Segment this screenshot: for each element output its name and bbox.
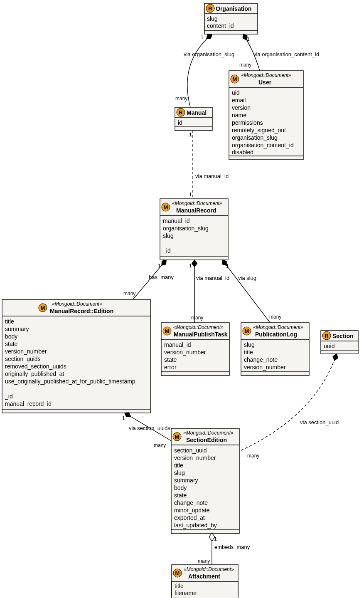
- attr: exported_at: [174, 514, 205, 521]
- mult: many: [154, 442, 166, 448]
- svg-text:R: R: [179, 109, 183, 116]
- class-title: ManualPublishTask: [174, 331, 228, 338]
- class-title: PublicationLog: [255, 331, 297, 338]
- attr: section_uuid: [174, 447, 207, 454]
- attr: minor_update: [174, 507, 210, 514]
- mult: many: [175, 96, 187, 101]
- attr: organisation_content_id: [232, 142, 294, 148]
- mult: 1: [189, 192, 192, 198]
- attr: organisation_slug: [232, 134, 278, 141]
- attr: _id: [5, 393, 13, 400]
- svg-text:R: R: [208, 5, 212, 12]
- rel-label: via section_uuids: [129, 425, 170, 431]
- mult: many: [191, 315, 203, 321]
- mult: many: [247, 453, 259, 459]
- attr: version: [232, 104, 251, 111]
- attr: state: [164, 356, 177, 363]
- attr: use_originally_published_at_for_public_t…: [5, 378, 135, 385]
- attr: slug: [174, 470, 185, 476]
- attr: content_id: [207, 22, 234, 29]
- attr: error: [164, 364, 177, 371]
- class-publog: M «Mongoid::Document» PublicationLog slu…: [241, 323, 309, 376]
- class-title: Manual: [187, 109, 207, 116]
- attr: last_updated_by: [174, 522, 217, 529]
- attr: id: [178, 119, 182, 126]
- mult: 1: [158, 263, 161, 269]
- mult: 1: [332, 356, 334, 361]
- attr: remotely_signed_out: [232, 127, 286, 133]
- attr: version_number: [244, 364, 286, 371]
- attr: name: [232, 112, 246, 119]
- attr: body: [5, 333, 17, 340]
- class-title: User: [258, 79, 272, 86]
- class-section: R Section uuid: [321, 331, 358, 354]
- svg-text:M: M: [165, 328, 170, 334]
- class-title: SectionEdition: [186, 437, 227, 443]
- rel-label: via organisation_slug: [184, 51, 234, 57]
- mult: many: [239, 62, 251, 68]
- attr: change_note: [244, 356, 278, 363]
- class-stereo: «Mongoid::Document»: [173, 324, 224, 330]
- attr: slug: [244, 341, 255, 348]
- class-manual: R Manual id: [175, 107, 212, 131]
- rel-label: via organisation_content_id: [253, 51, 319, 57]
- mult: 1: [201, 35, 204, 40]
- rel-label: has_many: [149, 274, 174, 280]
- attr: summary: [5, 326, 29, 332]
- mult: 1: [122, 415, 125, 421]
- mult: many: [123, 291, 135, 297]
- class-stereo: «Mongoid::Document»: [253, 324, 303, 330]
- class-title: ManualRecord: [176, 207, 216, 214]
- attr: change_note: [174, 499, 208, 506]
- attr: manual_id: [164, 341, 191, 348]
- class-title: ManualRecord::Edition: [50, 308, 113, 314]
- attr: slug: [207, 15, 218, 22]
- mult: many: [198, 558, 210, 564]
- class-publishtask: M «Mongoid::Document» ManualPublishTask …: [161, 323, 229, 376]
- mult: 1: [189, 263, 192, 269]
- attr: organisation_slug: [163, 225, 209, 232]
- attr: title: [174, 462, 183, 469]
- class-stereo: «Mongoid::Document»: [241, 72, 291, 78]
- attr: _id: [162, 247, 171, 254]
- svg-text:M: M: [164, 204, 168, 210]
- mult: 1: [226, 263, 229, 269]
- class-manualrecord: M «Mongoid::Document» ManualRecord manua…: [160, 199, 228, 260]
- class-attachment: M «Mongoid::Document» Attachment title f…: [172, 565, 238, 598]
- rel-label: via manual_id: [195, 173, 229, 179]
- attr: summary: [174, 477, 198, 484]
- class-title: Attachment: [188, 573, 220, 580]
- svg-text:M: M: [41, 305, 45, 311]
- attr: version_number: [164, 349, 206, 356]
- attr: version_number: [5, 348, 47, 355]
- attr: section_uuids: [5, 356, 41, 362]
- class-organisation: R Organisation slug content_id: [204, 3, 258, 34]
- rel-label: via section_uuid: [300, 419, 339, 425]
- class-stereo: «Mongoid::Document»: [183, 430, 234, 436]
- class-title: Section: [332, 333, 354, 339]
- rel-org-manual: [187, 34, 212, 107]
- mult: 1: [247, 36, 250, 42]
- rel-label: via manual_id: [196, 275, 229, 281]
- attr: manual_record_id: [5, 400, 52, 407]
- rel-label: embeds_many: [214, 544, 250, 550]
- rel-record-log: [222, 260, 270, 323]
- attr: title: [244, 349, 253, 356]
- svg-text:R: R: [325, 333, 329, 339]
- attr: state: [174, 492, 187, 499]
- attr: body: [174, 484, 187, 491]
- class-stereo: «Mongoid::Document»: [184, 566, 234, 572]
- attr: title: [5, 318, 14, 325]
- class-edition: M «Mongoid::Document» ManualRecord::Edit…: [2, 299, 150, 413]
- svg-text:M: M: [175, 570, 180, 576]
- class-sectionedition: M «Mongoid::Document» SectionEdition sec…: [171, 428, 239, 534]
- attr: state: [5, 341, 18, 347]
- attr: permissions: [232, 119, 263, 126]
- mult: 1: [189, 132, 192, 138]
- class-stereo: «Mongoid::Document»: [172, 200, 222, 206]
- class-stereo: «Mongoid::Document»: [52, 301, 102, 307]
- mult: many: [269, 314, 281, 320]
- attr: title: [175, 583, 184, 589]
- svg-text:M: M: [175, 434, 180, 440]
- rel-label: via slug: [238, 275, 256, 281]
